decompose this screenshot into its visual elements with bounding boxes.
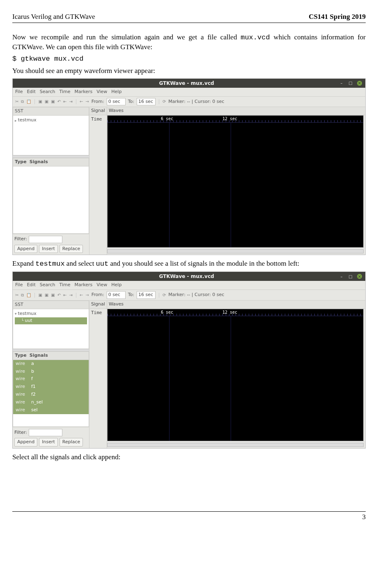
end-icon[interactable]: ⇥ <box>69 99 73 105</box>
signals-list[interactable]: wireawirebwirefwiref1wiref2wiren_selwire… <box>13 360 89 427</box>
menu-time[interactable]: Time <box>60 89 71 95</box>
zoom-fit-icon[interactable]: ▣ <box>38 99 42 105</box>
menu-markers[interactable]: Markers <box>74 89 92 95</box>
expand-icon[interactable]: ▸ <box>15 118 17 123</box>
paste-icon[interactable]: 📋 <box>26 99 31 105</box>
close-icon[interactable]: × <box>357 274 362 279</box>
zoom-out-icon[interactable]: ▣ <box>51 99 55 105</box>
next-icon[interactable]: → <box>85 99 89 105</box>
prev-icon[interactable]: ← <box>80 292 83 298</box>
filter-label: Filter: <box>14 430 27 436</box>
filter-input[interactable] <box>29 236 62 243</box>
signal-row[interactable]: wiref1 <box>13 383 89 391</box>
code-inline: uut <box>96 260 109 268</box>
maximize-icon[interactable]: □ <box>348 274 353 279</box>
code-inline: testmux <box>35 260 64 268</box>
paste-icon[interactable]: 📋 <box>26 292 31 298</box>
signal-name: f2 <box>31 392 36 398</box>
minimize-icon[interactable]: – <box>339 274 344 279</box>
reload-icon[interactable]: ⟳ <box>163 99 166 105</box>
signal-names-column[interactable]: Time <box>89 115 107 255</box>
insert-button[interactable]: Insert <box>39 245 58 253</box>
copy-icon[interactable]: ⧉ <box>21 99 24 105</box>
tree-row-uut[interactable]: └ uut <box>15 317 87 324</box>
maximize-icon[interactable]: □ <box>348 81 353 86</box>
end-icon[interactable]: ⇥ <box>69 292 73 298</box>
from-input[interactable]: 0 sec <box>107 98 126 106</box>
tree-label: testmux <box>18 311 37 317</box>
signal-column-header: Signal <box>89 301 107 309</box>
signal-type: wire <box>16 407 28 413</box>
insert-button[interactable]: Insert <box>39 438 58 447</box>
signal-type: wire <box>16 361 28 367</box>
type-signals-header: Type Signals <box>13 158 89 166</box>
zoom-in-icon[interactable]: ▣ <box>45 99 48 105</box>
horizontal-scrollbar[interactable] <box>107 249 364 253</box>
menu-markers[interactable]: Markers <box>74 282 92 288</box>
signal-name: b <box>31 369 34 375</box>
minimize-icon[interactable]: – <box>339 81 344 86</box>
reload-icon[interactable]: ⟳ <box>163 292 166 298</box>
cut-icon[interactable]: ✂ <box>15 99 18 105</box>
from-input[interactable]: 0 sec <box>107 291 126 299</box>
signal-type: wire <box>16 392 28 398</box>
signal-name: sel <box>31 407 38 413</box>
append-button[interactable]: Append <box>14 245 37 253</box>
menu-edit[interactable]: Edit <box>27 282 35 288</box>
signal-row[interactable]: wireb <box>13 368 89 376</box>
page-header: Icarus Verilog and GTKWave CS141 Spring … <box>12 12 366 23</box>
signals-list[interactable] <box>13 166 89 233</box>
replace-button[interactable]: Replace <box>60 438 83 447</box>
to-input[interactable]: 16 sec <box>137 291 156 299</box>
signal-column-header: Signal <box>89 107 107 115</box>
next-icon[interactable]: → <box>85 292 89 298</box>
menu-search[interactable]: Search <box>40 282 55 288</box>
copy-icon[interactable]: ⧉ <box>21 292 24 298</box>
waveform-area[interactable]: 6 sec 12 sec <box>107 115 364 248</box>
horizontal-scrollbar[interactable] <box>107 443 364 447</box>
start-icon[interactable]: ⇤ <box>63 292 66 298</box>
tree-label: uut <box>25 318 32 324</box>
zoom-out-icon[interactable]: ▣ <box>51 292 55 298</box>
menu-search[interactable]: Search <box>40 89 55 95</box>
signal-row[interactable]: wirea <box>13 360 89 368</box>
menu-help[interactable]: Help <box>111 89 121 95</box>
filter-input[interactable] <box>29 429 62 436</box>
menu-edit[interactable]: Edit <box>27 89 35 95</box>
replace-button[interactable]: Replace <box>60 245 83 253</box>
undo-icon[interactable]: ↶ <box>57 99 61 105</box>
menu-file[interactable]: File <box>15 89 23 95</box>
signal-row[interactable]: wiref <box>13 375 89 383</box>
waveform-area[interactable]: 6 sec 12 sec <box>107 309 364 441</box>
zoom-in-icon[interactable]: ▣ <box>45 292 48 298</box>
signal-names-column[interactable]: Time <box>89 309 107 448</box>
toolbar: ✂ ⧉ 📋 ▣ ▣ ▣ ↶ ⇤ ⇥ ← → From: 0 sec To: 16… <box>13 290 365 301</box>
undo-icon[interactable]: ↶ <box>57 292 61 298</box>
menu-help[interactable]: Help <box>111 282 121 288</box>
signal-row[interactable]: wiren_sel <box>13 399 89 406</box>
signal-type: wire <box>16 369 28 375</box>
text: Now we recompile and run the simulation … <box>12 33 241 41</box>
signal-row[interactable]: wiref2 <box>13 391 89 399</box>
tree-row-testmux[interactable]: ▾ testmux <box>15 310 87 317</box>
cut-icon[interactable]: ✂ <box>15 292 18 298</box>
start-icon[interactable]: ⇤ <box>63 99 66 105</box>
close-icon[interactable]: × <box>357 81 362 86</box>
sst-tree[interactable]: ▾ testmux └ uut <box>13 309 89 349</box>
menu-view[interactable]: View <box>96 89 107 95</box>
menu-file[interactable]: File <box>15 282 23 288</box>
shell-command: $ gtkwave mux.vcd <box>12 55 366 64</box>
menu-view[interactable]: View <box>96 282 107 288</box>
signal-type: wire <box>16 376 28 382</box>
prev-icon[interactable]: ← <box>80 99 83 105</box>
to-input[interactable]: 16 sec <box>137 98 156 106</box>
sst-tree[interactable]: ▸ testmux <box>13 116 89 155</box>
zoom-fit-icon[interactable]: ▣ <box>38 292 42 298</box>
paragraph-4: Select all the signals and click append: <box>12 453 366 462</box>
leaf-icon: └ <box>21 318 23 323</box>
tree-row-testmux[interactable]: ▸ testmux <box>15 117 87 124</box>
menu-time[interactable]: Time <box>60 282 71 288</box>
collapse-icon[interactable]: ▾ <box>15 311 17 316</box>
append-button[interactable]: Append <box>14 438 37 447</box>
signal-row[interactable]: wiresel <box>13 406 89 414</box>
